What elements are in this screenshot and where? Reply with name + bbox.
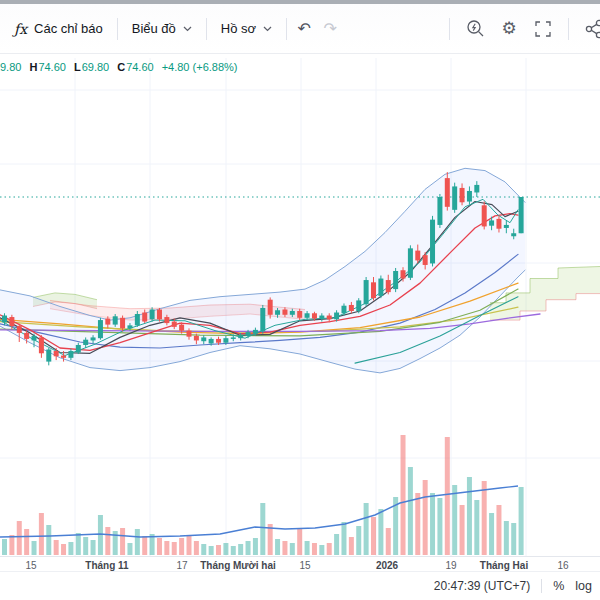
log-scale-button[interactable]: log (575, 579, 592, 593)
snapshot-zoom-button[interactable] (462, 16, 488, 42)
divider (286, 18, 287, 40)
fullscreen-icon (534, 20, 552, 38)
low-value: 69.80 (82, 61, 110, 73)
chart-style-menu-button[interactable]: Biểu đồ (122, 14, 202, 43)
toolbar-right-group: ⚙ (445, 16, 600, 42)
ohlc-legend: 9.80 H74.60 L69.80 C74.60 +4.80 (+6.88%) (0, 61, 238, 73)
settings-button[interactable]: ⚙ (496, 16, 522, 42)
fx-icon: ƒx (14, 21, 27, 37)
redo-icon: ↷ (323, 19, 336, 38)
divider (541, 579, 542, 593)
price-chart-canvas[interactable] (0, 0, 600, 600)
close-value: 74.60 (126, 61, 154, 73)
divider (449, 18, 450, 40)
divider (206, 18, 207, 40)
time-axis-label: Tháng 11 (85, 560, 128, 571)
time-axis-label: 2026 (376, 560, 398, 571)
fullscreen-button[interactable] (530, 16, 556, 42)
time-axis-label: 15 (25, 560, 36, 571)
time-axis-label: 17 (176, 560, 187, 571)
divider (117, 18, 118, 40)
high-label: H (29, 61, 37, 73)
divider (568, 18, 569, 40)
clock-label[interactable]: 20:47:39 (UTC+7) (434, 579, 530, 593)
trading-chart-app: ƒx Các chỉ báo Biểu đồ Hồ sơ ↶ ↷ (0, 0, 600, 600)
time-axis-label: Tháng Mười hai (200, 560, 275, 571)
chart-menu-label: Biểu đồ (132, 21, 176, 36)
high-value: 74.60 (38, 61, 66, 73)
chart-toolbar: ƒx Các chỉ báo Biểu đồ Hồ sơ ↶ ↷ (0, 4, 600, 54)
redo-button[interactable]: ↷ (317, 16, 343, 42)
undo-icon: ↶ (297, 19, 310, 38)
settings-gear-icon: ⚙ (501, 18, 516, 39)
time-axis-label: 19 (445, 560, 456, 571)
share-icon (584, 19, 600, 39)
open-value: 9.80 (0, 61, 21, 73)
indicators-label: Các chỉ báo (34, 21, 103, 36)
close-label: C (117, 61, 125, 73)
profile-menu-label: Hồ sơ (221, 21, 256, 36)
snapshot-zoom-icon (466, 19, 485, 38)
share-button[interactable] (581, 16, 600, 42)
time-axis-label: 15 (299, 560, 310, 571)
profile-menu-button[interactable]: Hồ sơ (211, 14, 282, 43)
indicators-button[interactable]: ƒx Các chỉ báo (4, 14, 113, 44)
bottom-status-bar: 20:47:39 (UTC+7) % log (0, 571, 600, 600)
chevron-down-icon (263, 26, 272, 32)
percent-scale-button[interactable]: % (553, 579, 564, 593)
low-label: L (74, 61, 81, 73)
change-value: +4.80 (+6.88%) (162, 61, 238, 73)
time-axis-label: Tháng Hai (480, 560, 528, 571)
chevron-down-icon (183, 26, 192, 32)
time-axis[interactable]: 15Tháng 1117Tháng Mười hai15202619Tháng … (0, 556, 600, 572)
time-axis-label: 16 (557, 560, 568, 571)
undo-button[interactable]: ↶ (291, 16, 317, 42)
